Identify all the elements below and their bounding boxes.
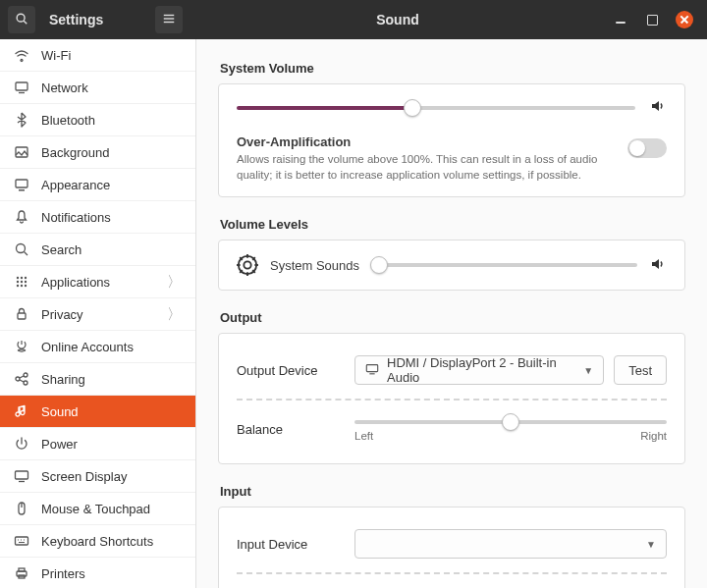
chevron-right-icon: 〉	[167, 273, 182, 292]
sidebar-item-wi-fi[interactable]: Wi-Fi	[0, 39, 195, 72]
sidebar-item-background[interactable]: Background	[0, 136, 195, 169]
output-device-value: HDMI / DisplayPort 2 - Built-in Audio	[387, 355, 575, 385]
gear-icon	[237, 254, 258, 276]
svg-line-25	[20, 376, 24, 378]
system-volume-slider[interactable]	[237, 106, 635, 110]
svg-point-23	[16, 377, 20, 381]
section-title-system-volume: System Volume	[220, 61, 685, 76]
chevron-right-icon: 〉	[167, 305, 182, 324]
output-device-label: Output Device	[237, 363, 354, 378]
hamburger-icon	[162, 12, 176, 28]
notifications-icon	[14, 209, 29, 225]
over-amp-toggle[interactable]	[627, 138, 667, 158]
svg-point-10	[17, 244, 26, 253]
over-amp-sub: Allows raising the volume above 100%. Th…	[237, 152, 614, 183]
sharing-icon	[14, 371, 29, 387]
svg-point-16	[21, 281, 23, 283]
sidebar-item-label: Printers	[41, 566, 85, 581]
sidebar-item-keyboard-shortcuts[interactable]: Keyboard Shortcuts	[0, 525, 195, 558]
sidebar-item-network[interactable]: Network	[0, 72, 195, 104]
system-volume-card: Over-Amplification Allows raising the vo…	[218, 83, 685, 197]
network-icon	[14, 80, 29, 95]
sidebar-item-label: Wi-Fi	[41, 48, 71, 63]
sidebar-item-label: Background	[41, 145, 109, 160]
titlebar: Settings Sound	[0, 0, 707, 39]
sidebar-item-label: Appearance	[41, 178, 110, 192]
test-button[interactable]: Test	[614, 355, 667, 385]
input-device-dropdown[interactable]: ▼	[354, 529, 667, 559]
wi-fi-icon	[14, 47, 29, 63]
sidebar-item-label: Sound	[41, 404, 79, 419]
svg-line-1	[24, 21, 27, 24]
sidebar-item-label: Sharing	[41, 372, 85, 387]
sidebar-item-search[interactable]: Search	[0, 234, 195, 266]
svg-line-11	[25, 252, 28, 256]
output-card: Output Device HDMI / DisplayPort 2 - Bui…	[218, 333, 685, 464]
search-icon	[15, 12, 28, 28]
sidebar-item-label: Screen Display	[41, 469, 127, 484]
system-sounds-label: System Sounds	[270, 258, 359, 273]
svg-point-13	[21, 277, 23, 279]
sidebar-item-sound[interactable]: Sound	[0, 396, 195, 428]
sidebar-item-label: Applications	[41, 275, 110, 290]
svg-line-26	[20, 380, 24, 382]
svg-rect-5	[16, 82, 27, 90]
section-title-output: Output	[220, 310, 685, 325]
window-maximize-button[interactable]	[644, 12, 660, 27]
volume-icon	[649, 98, 667, 117]
applications-icon	[14, 274, 29, 290]
sidebar-item-printers[interactable]: Printers	[0, 558, 195, 588]
power-icon	[14, 436, 29, 452]
svg-rect-37	[19, 568, 25, 571]
svg-rect-49	[366, 364, 377, 371]
svg-rect-21	[18, 313, 26, 319]
app-name: Settings	[49, 12, 103, 27]
system-sounds-slider[interactable]	[371, 263, 637, 267]
sidebar-item-label: Search	[41, 242, 82, 257]
system-sounds-thumb[interactable]	[370, 256, 388, 274]
balance-slider[interactable]	[354, 420, 667, 424]
sidebar-item-applications[interactable]: Applications〉	[0, 266, 195, 298]
svg-rect-27	[16, 471, 28, 479]
window-minimize-button[interactable]	[613, 12, 628, 27]
svg-point-0	[17, 14, 25, 22]
page-title: Sound	[183, 12, 613, 27]
input-card: Input Device ▼ Configuration ▼	[218, 507, 685, 588]
monitor-icon	[365, 362, 379, 379]
sidebar-item-screen-display[interactable]: Screen Display	[0, 460, 195, 493]
sidebar-item-label: Privacy	[41, 307, 83, 322]
balance-thumb[interactable]	[502, 413, 519, 431]
svg-point-20	[25, 285, 27, 287]
content: System Volume Over-Amplification Allows …	[196, 39, 707, 588]
svg-point-24	[24, 381, 27, 385]
search-button[interactable]	[8, 6, 35, 33]
input-device-label: Input Device	[237, 537, 354, 552]
sidebar-item-label: Keyboard Shortcuts	[41, 534, 153, 549]
sidebar-item-bluetooth[interactable]: Bluetooth	[0, 104, 195, 136]
balance-right-label: Right	[640, 430, 667, 442]
output-device-dropdown[interactable]: HDMI / DisplayPort 2 - Built-in Audio ▼	[354, 355, 604, 385]
hamburger-button[interactable]	[155, 6, 183, 33]
section-title-volume-levels: Volume Levels	[220, 217, 685, 232]
window-close-button[interactable]	[676, 11, 693, 28]
svg-point-22	[24, 373, 27, 377]
svg-point-19	[21, 285, 23, 287]
sidebar-item-power[interactable]: Power	[0, 428, 195, 460]
svg-point-14	[25, 277, 27, 279]
over-amp-title: Over-Amplification	[237, 134, 614, 149]
sidebar-item-notifications[interactable]: Notifications	[0, 201, 195, 234]
svg-rect-31	[16, 537, 28, 545]
svg-point-17	[25, 281, 27, 283]
sidebar-item-sharing[interactable]: Sharing	[0, 363, 195, 396]
sidebar-item-online-accounts[interactable]: Online Accounts	[0, 331, 195, 363]
bluetooth-icon	[14, 112, 29, 128]
sidebar-item-privacy[interactable]: Privacy〉	[0, 298, 195, 331]
sound-icon	[14, 403, 29, 419]
mouse-touchpad-icon	[14, 501, 29, 516]
search-icon	[14, 241, 29, 257]
sidebar-item-mouse-touchpad[interactable]: Mouse & Touchpad	[0, 493, 195, 525]
sidebar-item-label: Notifications	[41, 210, 111, 225]
sidebar-item-appearance[interactable]: Appearance	[0, 169, 195, 201]
system-volume-thumb[interactable]	[404, 99, 421, 117]
volume-levels-card: System Sounds	[218, 240, 685, 291]
